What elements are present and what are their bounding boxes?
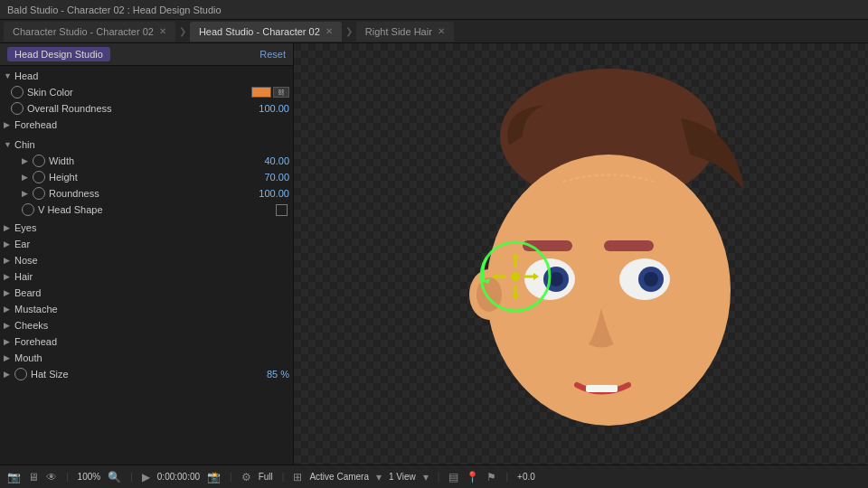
expand-arrow: ▶ [22, 156, 33, 165]
roundness-icon [11, 102, 24, 115]
color-swatch-orange[interactable] [251, 87, 271, 98]
svg-point-10 [511, 272, 520, 281]
viewport[interactable] [294, 43, 868, 465]
quality-value[interactable]: Full [259, 472, 273, 482]
v-head-shape-checkbox[interactable] [276, 204, 288, 216]
head-label: Head [14, 70, 289, 81]
skin-color-icon [11, 86, 24, 99]
view-icon: 👁 [46, 471, 57, 483]
forehead-section-header[interactable]: ▶ Forehead [0, 333, 293, 350]
roundness-label: Roundness [49, 188, 249, 199]
reset-button[interactable]: Reset [259, 49, 286, 60]
roundness-icon [33, 187, 45, 200]
chin-label: Chin [14, 139, 289, 150]
expand-arrow: ▶ [4, 239, 14, 249]
top-bar: Bald Studio - Character 02 : Head Design… [0, 0, 868, 20]
overall-roundness-item[interactable]: Overall Roundness 100.00 [0, 100, 293, 117]
expand-arrow: ▶ [4, 337, 14, 346]
color-link-icon[interactable]: ⛓ [273, 87, 289, 98]
hat-size-item[interactable]: ▶ Hat Size 85 % [0, 366, 293, 382]
main-area: Head Design Studio Reset ▼ Head Skin Col… [0, 43, 868, 465]
eyebrow-right [604, 240, 654, 251]
expand-arrow: ▶ [4, 256, 14, 265]
mustache-label: Mustache [14, 304, 289, 314]
panel-title: Head Design Studio [7, 47, 110, 61]
skin-color-swatch[interactable]: ⛓ [251, 87, 289, 98]
tab-right-side-hair[interactable]: Right Side Hair ✕ [356, 22, 454, 42]
cheeks-label: Cheeks [14, 320, 289, 331]
close-icon[interactable]: ✕ [326, 26, 333, 36]
width-icon [33, 155, 45, 167]
separator: | [130, 472, 133, 482]
chevron-down-icon[interactable]: ▾ [376, 471, 382, 483]
forehead-label: Forehead [14, 119, 289, 130]
skin-color-item[interactable]: Skin Color ⛓ [0, 84, 293, 100]
ear-header[interactable]: ▶ Ear [0, 236, 293, 252]
width-value: 40.00 [249, 155, 289, 166]
chevron-down-icon-2[interactable]: ▾ [423, 471, 429, 483]
expand-arrow: ▶ [4, 223, 14, 232]
expand-arrow: ▶ [22, 189, 33, 198]
chin-roundness-item[interactable]: ▶ Roundness 100.00 [0, 185, 293, 202]
v-shape-icon [22, 203, 34, 216]
forehead-header[interactable]: ▶ Forehead [0, 117, 293, 133]
tab-bar: Character Studio - Character 02 ✕ ❯ Head… [0, 20, 868, 43]
zoom-value[interactable]: 100% [78, 472, 101, 482]
hat-size-label: Hat Size [31, 369, 249, 380]
nose-header[interactable]: ▶ Nose [0, 252, 293, 268]
eyes-header[interactable]: ▶ Eyes [0, 220, 293, 236]
separator: | [66, 472, 69, 482]
eyes-label: Eyes [14, 222, 289, 233]
tab-character-studio[interactable]: Character Studio - Character 02 ✕ [4, 22, 175, 42]
width-label: Width [49, 155, 249, 166]
character-svg [364, 43, 798, 465]
display-icon: 🖥 [28, 471, 39, 483]
play-icon: ▶ [142, 471, 150, 483]
expand-arrow: ▶ [4, 353, 14, 362]
timecode-value: 0:00:00:00 [157, 472, 200, 482]
offset-value: +0.0 [517, 472, 535, 482]
height-label: Height [49, 172, 249, 183]
mouth-label: Mouth [14, 352, 289, 363]
cheeks-header[interactable]: ▶ Cheeks [0, 317, 293, 333]
grid-icon: ⊞ [293, 471, 302, 483]
tab-head-studio[interactable]: Head Studio - Character 02 ✕ [190, 22, 342, 42]
expand-arrow: ▼ [4, 140, 14, 149]
tab-label: Head Studio - Character 02 [199, 26, 320, 37]
roundness-value: 100.00 [249, 188, 289, 199]
separator: | [505, 472, 508, 482]
skin-color-label: Skin Color [27, 87, 251, 98]
hair-header[interactable]: ▶ Hair [0, 268, 293, 285]
separator: | [230, 472, 232, 482]
height-icon [33, 171, 45, 183]
expand-arrow: ▶ [4, 305, 14, 314]
marker-icon: 📍 [466, 471, 479, 483]
hair-label: Hair [14, 271, 289, 282]
chin-section-header[interactable]: ▼ Chin [0, 136, 293, 153]
zoom-icon: 🔍 [108, 471, 121, 483]
height-value: 70.00 [249, 172, 289, 183]
hat-size-value: 85 % [249, 369, 289, 380]
forehead-section-label: Forehead [14, 336, 289, 347]
camera-icon: 📷 [7, 471, 21, 483]
camera-mode-value[interactable]: Active Camera [309, 472, 369, 482]
panel-header: Head Design Studio Reset [0, 43, 293, 66]
chin-width-item[interactable]: ▶ Width 40.00 [0, 153, 293, 169]
expand-arrow: ▶ [4, 370, 14, 379]
v-head-shape-item[interactable]: V Head Shape [0, 202, 293, 218]
window-title: Bald Studio - Character 02 : Head Design… [7, 5, 222, 15]
view-count-value[interactable]: 1 View [389, 472, 416, 482]
mouth-header[interactable]: ▶ Mouth [0, 350, 293, 366]
expand-arrow: ▶ [22, 173, 33, 182]
separator: | [282, 472, 285, 482]
head-section-header[interactable]: ▼ Head [0, 68, 293, 84]
close-icon[interactable]: ✕ [159, 26, 166, 36]
mustache-header[interactable]: ▶ Mustache [0, 301, 293, 317]
close-icon[interactable]: ✕ [438, 26, 445, 36]
expand-arrow: ▼ [4, 71, 14, 80]
tab-separator: ❯ [177, 26, 188, 36]
beard-header[interactable]: ▶ Beard [0, 285, 293, 301]
expand-arrow: ▶ [4, 321, 14, 330]
head-section: ▼ Head Skin Color ⛓ Overall Roundness 10… [0, 66, 293, 135]
chin-height-item[interactable]: ▶ Height 70.00 [0, 169, 293, 185]
